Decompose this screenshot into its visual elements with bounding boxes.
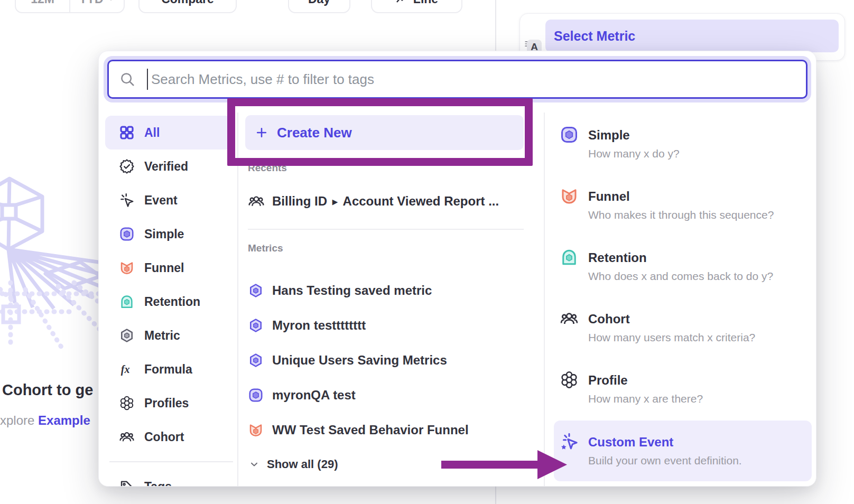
funnel-icon bbox=[248, 422, 264, 438]
interval-day-button[interactable]: Day bbox=[288, 0, 350, 13]
empty-state-illustration bbox=[0, 174, 106, 349]
metric-list-item[interactable]: myronQA test bbox=[248, 378, 524, 413]
nav-item-verified[interactable]: Verified bbox=[105, 150, 232, 183]
nav-divider bbox=[109, 461, 233, 462]
type-option-custom-event[interactable]: Custom Event Build your own event defini… bbox=[560, 424, 808, 468]
retention-icon bbox=[119, 294, 135, 310]
cohort-people-icon bbox=[560, 309, 579, 328]
create-new-button[interactable]: Create New bbox=[245, 115, 524, 150]
range-12m-button[interactable]: 12M bbox=[16, 0, 69, 12]
simple-icon bbox=[248, 387, 264, 403]
type-option-retention[interactable]: Retention Who does x and comes back to d… bbox=[560, 239, 808, 283]
category-nav: All Verified Event Simple Funnel Retenti… bbox=[105, 116, 232, 454]
app-canvas: 12M YTD Compare Day Line A Select Metric… bbox=[0, 0, 854, 504]
metric-hexagon-icon bbox=[119, 328, 135, 343]
saved-metric-icon bbox=[248, 352, 264, 368]
example-link[interactable]: Example bbox=[38, 413, 90, 427]
empty-state-title: Cohort to ge bbox=[2, 381, 93, 399]
retention-icon bbox=[560, 248, 579, 267]
plus-icon bbox=[255, 126, 268, 139]
cohort-people-icon bbox=[248, 193, 265, 210]
simple-icon bbox=[560, 125, 579, 144]
verified-seal-icon bbox=[119, 158, 135, 174]
metric-list-item[interactable]: WW Test Saved Behavior Funnel bbox=[248, 413, 524, 447]
simple-icon bbox=[119, 226, 135, 242]
grid-icon bbox=[119, 125, 135, 141]
search-icon bbox=[119, 71, 135, 87]
nav-item-tags[interactable]: Tags bbox=[105, 470, 232, 487]
breadcrumb-caret: ▸ bbox=[332, 195, 338, 208]
section-divider bbox=[248, 229, 524, 230]
cohort-people-icon bbox=[119, 429, 135, 445]
nav-item-retention[interactable]: Retention bbox=[105, 285, 232, 319]
chevron-down-icon bbox=[107, 0, 115, 3]
show-all-button[interactable]: Show all (29) bbox=[249, 453, 338, 476]
metric-picker-modal: All Verified Event Simple Funnel Retenti… bbox=[98, 51, 816, 487]
metrics-list: Hans Testing saved metric Myron testtttt… bbox=[248, 273, 524, 447]
funnel-icon bbox=[119, 260, 135, 276]
profiles-flower-icon bbox=[119, 395, 135, 411]
date-range-segment: 12M YTD bbox=[15, 0, 125, 13]
recents-header: Recents bbox=[248, 162, 287, 174]
nav-item-all[interactable]: All bbox=[105, 116, 232, 150]
profiles-flower-icon bbox=[560, 370, 579, 389]
nav-item-profiles[interactable]: Profiles bbox=[105, 386, 232, 420]
range-ytd-button[interactable]: YTD bbox=[69, 0, 124, 12]
saved-metric-icon bbox=[248, 283, 264, 298]
metric-list-item[interactable]: Myron testttttttt bbox=[248, 308, 524, 343]
saved-metric-icon bbox=[248, 318, 264, 333]
type-option-profile[interactable]: Profile How many x are there? bbox=[560, 362, 808, 406]
svg-text:fx: fx bbox=[121, 363, 130, 376]
chevron-down-icon bbox=[249, 459, 259, 470]
metric-list-item[interactable]: Unique Users Saving Metrics bbox=[248, 343, 524, 378]
column-divider bbox=[237, 113, 238, 487]
search-input[interactable] bbox=[148, 71, 806, 88]
formula-icon: fx bbox=[119, 361, 135, 377]
event-cursor-icon bbox=[119, 192, 135, 208]
nav-item-funnel[interactable]: Funnel bbox=[105, 251, 232, 285]
compare-button[interactable]: Compare bbox=[138, 0, 237, 13]
recent-item[interactable]: Billing ID ▸ Account Viewed Report ... bbox=[248, 188, 499, 215]
custom-event-icon bbox=[560, 432, 579, 451]
search-bar bbox=[107, 60, 807, 99]
empty-state-subtitle: xplore Example bbox=[0, 413, 90, 428]
nav-item-metric[interactable]: Metric bbox=[105, 319, 232, 352]
nav-item-formula[interactable]: fx Formula bbox=[105, 352, 232, 386]
tag-icon bbox=[119, 479, 135, 487]
nav-item-simple[interactable]: Simple bbox=[105, 217, 232, 251]
type-option-simple[interactable]: Simple How many x do y? bbox=[560, 117, 808, 161]
nav-item-cohort[interactable]: Cohort bbox=[105, 420, 232, 454]
funnel-icon bbox=[560, 186, 579, 206]
nav-item-event[interactable]: Event bbox=[105, 183, 232, 217]
line-chart-icon bbox=[395, 0, 408, 5]
select-metric-button[interactable]: Select Metric bbox=[545, 20, 839, 52]
type-option-funnel[interactable]: Funnel Who makes it through this sequenc… bbox=[560, 178, 808, 222]
chart-type-line-button[interactable]: Line bbox=[371, 0, 462, 13]
metrics-header: Metrics bbox=[248, 242, 283, 254]
category-nav-overflow: Tags bbox=[105, 470, 232, 487]
metric-list-item[interactable]: Hans Testing saved metric bbox=[248, 273, 524, 308]
type-option-cohort[interactable]: Cohort How many users match x criteria? bbox=[560, 301, 808, 344]
column-divider bbox=[544, 113, 545, 487]
